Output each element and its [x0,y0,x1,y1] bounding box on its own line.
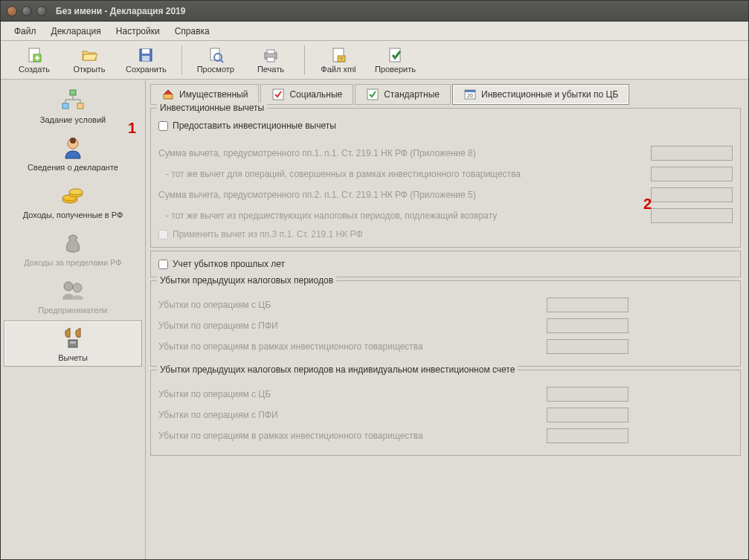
losses2-row-2: Убытки по операциям с ПФИ [158,408,733,422]
print-label: Печать [257,65,284,74]
invest-row-4-input[interactable] [651,208,733,223]
losses1-row-1-label: Убытки по операциям с ЦБ [158,300,547,310]
create-label: Создать [19,65,50,74]
svg-rect-32 [70,341,76,344]
save-button[interactable]: Сохранить [118,44,174,77]
losses1-row-3-input[interactable] [547,339,629,354]
group-losses-prev: Убытки предыдущих налоговых периодов Убы… [150,280,741,367]
open-label: Открыть [73,65,105,74]
svg-rect-36 [465,90,475,92]
close-window-button[interactable] [7,6,17,16]
svg-line-9 [220,59,223,62]
sidebar-item-conditions[interactable]: Задание условий [4,83,142,129]
tab-label: Стандартные [384,89,440,100]
invest-row-4: - тот же вычет из предшествующих налогов… [158,208,733,223]
group-losses-iis: Убытки предыдущих налоговых периодов на … [150,370,741,456]
preview-button[interactable]: Просмотр [190,44,242,77]
tab-investments[interactable]: 20 Инвестиционные и убытки по ЦБ [452,84,629,105]
losses2-row-1-input[interactable] [547,387,629,402]
sidebar-label: Вычеты [58,353,88,362]
tab-label: Имущественный [179,89,248,100]
invest-row-1: Сумма вычета, предусмотренного пп.1. п.1… [158,146,733,161]
calendar-icon: 20 [463,88,477,101]
toolbar-separator [304,45,305,75]
minimize-window-button[interactable] [22,6,32,16]
svg-rect-16 [70,90,76,95]
losses2-row-1: Убытки по операциям с ЦБ [158,387,733,402]
checkbox-red-icon [271,88,285,101]
tab-social[interactable]: Социальные [260,84,353,105]
losses2-row-1-label: Убытки по операциям с ЦБ [158,389,547,399]
tree-icon [58,87,88,114]
losses2-row-3-label: Убытки по операциям в рамках инвестицион… [158,431,547,441]
menu-file[interactable]: Файл [8,24,42,39]
sidebar: Задание условий Сведения о декларанте До… [1,80,146,559]
tab-standard[interactable]: Стандартные [355,84,451,105]
people-icon [58,277,88,304]
apply-deduction-checkbox-row: Применить вычет из пп.3 п.1. Ст. 219.1 Н… [158,229,733,239]
svg-rect-11 [267,50,274,54]
document-new-icon [25,46,43,64]
group-legend: Убытки предыдущих налоговых периодов [157,275,336,286]
losses2-row-2-input[interactable] [547,408,629,422]
svg-point-28 [69,189,83,195]
svg-rect-17 [62,103,68,109]
invest-row-4-label: - тот же вычет из предшествующих налогов… [158,210,651,221]
open-button[interactable]: Открыть [63,44,115,77]
window-title: Без имени - Декларация 2019 [56,6,185,16]
check-button[interactable]: Проверить [367,44,423,77]
xml-icon [330,46,347,64]
menubar: Файл Декларация Настройки Справка [1,22,748,41]
sidebar-label: Сведения о декларанте [28,163,118,172]
tab-property[interactable]: Имущественный [150,84,259,105]
losses1-row-3: Убытки по операциям в рамках инвестицион… [158,339,733,354]
xml-label: Файл xml [321,65,356,74]
apply-deduction-checkbox[interactable] [158,230,168,239]
losses-checkbox-row: Учет убытков прошлых лет [158,259,733,269]
sidebar-item-deductions[interactable]: Вычеты [4,321,142,367]
house-icon [161,88,175,101]
preview-icon [207,46,225,64]
sidebar-item-entrepreneurs[interactable]: Предприниматели [4,273,142,319]
invest-row-2-input[interactable] [651,167,733,181]
preview-label: Просмотр [197,65,234,74]
create-button[interactable]: Создать [8,44,60,77]
losses1-row-1-input[interactable] [547,297,629,312]
invest-row-3-input[interactable] [651,187,733,202]
invest-row-2: - тот же вычет для операций, совершенных… [158,167,733,181]
maximize-window-button[interactable] [36,6,47,16]
losses-checkbox[interactable] [158,260,168,269]
svg-point-24 [70,138,76,144]
menu-settings[interactable]: Настройки [110,24,166,39]
menu-help[interactable]: Справка [169,24,216,39]
titlebar: Без имени - Декларация 2019 [1,1,748,22]
losses1-row-2-label: Убытки по операциям с ПФИ [158,321,547,331]
provide-investment-checkbox[interactable] [158,121,168,131]
check-label: Проверить [375,65,416,74]
invest-row-1-input[interactable] [651,146,733,161]
group-legend: Убытки предыдущих налоговых периодов на … [157,364,518,375]
sidebar-item-income-rf[interactable]: Доходы, полученные в РФ [4,178,142,224]
sidebar-label: Задание условий [40,115,106,124]
svg-rect-18 [77,103,83,109]
tabbar: Имущественный Социальные Стандартные 20 … [150,84,741,105]
app-window: Без имени - Декларация 2019 Файл Деклара… [0,0,749,560]
xml-button[interactable]: Файл xml [312,44,364,77]
toolbar-separator [181,45,182,75]
svg-rect-6 [142,56,150,61]
losses2-row-3-input[interactable] [547,428,629,443]
checkbox-green-icon [366,88,379,101]
invest-row-1-label: Сумма вычета, предусмотренного пп.1. п.1… [158,148,651,158]
window-controls [7,6,47,16]
svg-text:20: 20 [467,93,473,98]
print-button[interactable]: Печать [245,44,297,77]
sidebar-item-declarant[interactable]: Сведения о декларанте [4,130,142,176]
content-area: Имущественный Социальные Стандартные 20 … [146,80,748,559]
deductions-icon [58,325,88,352]
sidebar-item-income-abroad[interactable]: Доходы за пределами РФ [4,225,142,271]
svg-point-30 [73,283,82,292]
menu-declaration[interactable]: Декларация [45,24,107,39]
sidebar-label: Доходы, полученные в РФ [23,210,123,219]
provide-investment-label: Предоставить инвестиционные вычеты [173,120,336,131]
losses1-row-2-input[interactable] [547,318,629,333]
